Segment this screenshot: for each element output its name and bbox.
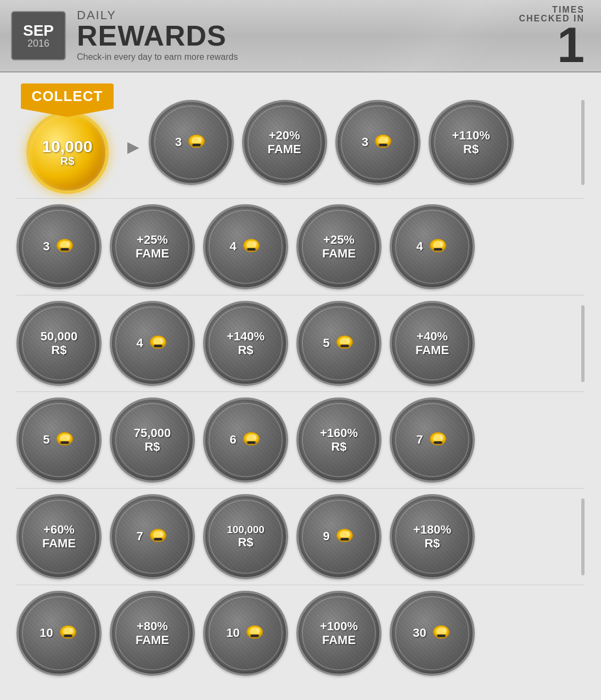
collect-button[interactable]: COLLECT	[21, 83, 114, 117]
reward-circle: 9	[296, 494, 381, 579]
svg-point-38	[339, 337, 350, 345]
svg-point-84	[433, 625, 450, 638]
svg-rect-34	[154, 344, 162, 347]
svg-point-49	[244, 432, 258, 444]
arrow-right: ►	[123, 136, 143, 159]
times-checked-block: TIMESCHECKED IN 1	[519, 5, 585, 68]
reward-circle: 7	[110, 494, 195, 579]
svg-point-67	[337, 529, 351, 540]
svg-point-29	[439, 240, 443, 245]
reward-circle: 75,000 R$	[110, 397, 195, 483]
svg-point-20	[246, 240, 256, 249]
svg-rect-27	[433, 247, 443, 251]
svg-point-8	[378, 136, 389, 144]
svg-point-44	[59, 434, 70, 442]
times-number: 1	[519, 23, 585, 68]
svg-rect-81	[249, 634, 260, 638]
svg-point-50	[246, 434, 256, 442]
svg-point-6	[375, 134, 391, 147]
reward-circle: 4	[203, 204, 288, 289]
reward-circle: 5	[16, 397, 102, 483]
svg-point-71	[346, 530, 350, 535]
svg-point-1	[189, 135, 204, 146]
svg-rect-63	[153, 537, 163, 541]
svg-point-74	[63, 627, 73, 635]
svg-point-79	[248, 625, 262, 637]
reward-circle: 50,000 R$	[16, 301, 102, 386]
rewards-label: REWARDS	[77, 21, 238, 50]
svg-point-73	[61, 625, 75, 637]
svg-point-60	[150, 528, 166, 541]
svg-point-56	[433, 434, 443, 442]
svg-point-65	[159, 530, 164, 535]
reward-circle: 10	[203, 591, 288, 676]
title-block: DAILY REWARDS Check-in every day to earn…	[77, 9, 238, 62]
svg-point-23	[252, 240, 257, 245]
svg-rect-52	[247, 441, 255, 444]
svg-point-53	[252, 434, 257, 439]
svg-point-11	[385, 136, 389, 141]
svg-rect-82	[250, 634, 259, 637]
reward-circle: 3	[335, 100, 420, 185]
svg-rect-4	[193, 143, 201, 146]
first-row: 3 +20% FAME	[149, 100, 514, 185]
collect-coin-unit: R$	[60, 155, 75, 167]
svg-rect-21	[246, 247, 256, 251]
svg-rect-16	[60, 248, 69, 250]
svg-rect-10	[379, 143, 387, 146]
svg-rect-87	[436, 634, 446, 638]
svg-point-32	[153, 337, 163, 345]
svg-point-36	[336, 335, 353, 348]
svg-point-37	[337, 335, 351, 347]
reward-circle: +160% R$	[296, 397, 381, 483]
month-year: 2016	[27, 38, 49, 48]
svg-point-18	[243, 238, 260, 251]
svg-rect-46	[60, 441, 69, 444]
svg-point-86	[436, 627, 446, 635]
reward-circle: +110% R$	[429, 100, 514, 185]
reward-circle: 4	[110, 301, 195, 386]
svg-point-61	[150, 529, 165, 540]
svg-rect-39	[339, 344, 350, 348]
svg-point-47	[66, 434, 70, 439]
reward-circle: 6	[203, 397, 288, 483]
svg-point-19	[244, 239, 258, 250]
svg-rect-3	[192, 143, 202, 147]
collect-coin-value: 10,000	[42, 138, 93, 155]
svg-point-41	[346, 337, 350, 342]
svg-rect-51	[246, 440, 256, 445]
reward-circle: 3	[16, 204, 102, 289]
svg-point-78	[246, 625, 263, 638]
svg-point-54	[430, 432, 446, 445]
reward-circle: +60% FAME	[16, 494, 102, 579]
svg-rect-28	[434, 248, 442, 250]
svg-rect-40	[340, 344, 349, 347]
svg-rect-69	[339, 537, 350, 541]
svg-point-24	[430, 238, 446, 251]
svg-point-62	[153, 530, 163, 539]
svg-point-89	[443, 627, 447, 632]
svg-point-14	[59, 240, 70, 249]
collect-coin: 10,000 R$	[26, 111, 109, 194]
svg-rect-76	[64, 634, 72, 637]
reward-circle: +25% FAME	[296, 204, 381, 289]
svg-rect-33	[153, 344, 163, 348]
reward-circle: +40% FAME	[390, 301, 475, 386]
svg-rect-70	[340, 537, 349, 540]
month-name: SEP	[23, 23, 54, 38]
svg-rect-15	[59, 247, 70, 251]
svg-point-2	[192, 136, 202, 144]
svg-point-42	[57, 432, 73, 445]
svg-point-13	[57, 239, 71, 250]
svg-rect-57	[433, 440, 443, 445]
reward-circle: +100% FAME	[296, 591, 381, 676]
svg-rect-22	[247, 248, 255, 250]
svg-rect-45	[59, 440, 70, 445]
svg-rect-58	[434, 441, 442, 444]
svg-point-55	[430, 432, 445, 444]
svg-point-43	[57, 432, 71, 444]
header: SEP 2016 DAILY REWARDS Check-in every da…	[0, 0, 601, 72]
svg-point-59	[439, 434, 443, 439]
svg-point-7	[376, 135, 390, 146]
svg-point-17	[66, 240, 70, 245]
